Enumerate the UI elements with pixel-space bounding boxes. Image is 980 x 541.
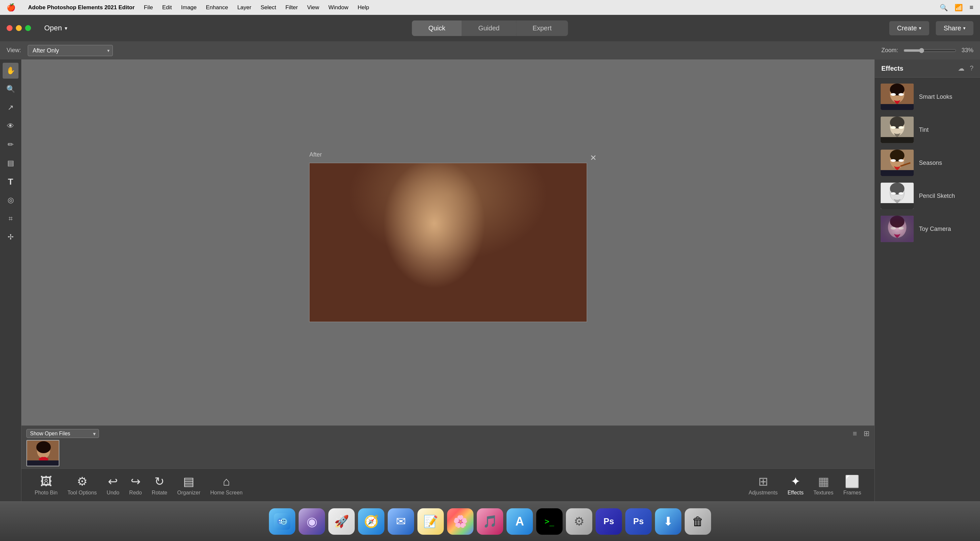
undo-tool[interactable]: ↩ Undo xyxy=(107,475,119,496)
mode-tabs: Quick Guided Expert xyxy=(412,21,568,36)
effects-list: Smart Looks xyxy=(875,78,980,501)
dock-system-preferences[interactable]: ⚙ xyxy=(566,508,592,535)
photo-bin-grid-icon[interactable]: ⊞ xyxy=(864,429,869,438)
menu-layer[interactable]: Layer xyxy=(237,4,251,11)
launchpad-icon: 🚀 xyxy=(334,515,349,528)
effect-name-toy-camera: Toy Camera xyxy=(919,226,951,233)
maximize-button[interactable] xyxy=(25,25,31,31)
music-icon: 🎵 xyxy=(483,515,498,528)
dock-appstore[interactable]: A xyxy=(506,508,533,535)
share-button[interactable]: Share xyxy=(936,21,974,35)
effect-tint[interactable]: Tint xyxy=(878,114,977,146)
minimize-button[interactable] xyxy=(16,25,22,31)
create-button[interactable]: Create xyxy=(889,21,929,35)
effect-smart-looks[interactable]: Smart Looks xyxy=(878,81,977,113)
photo-bin-tool[interactable]: 🖼 Photo Bin xyxy=(35,475,57,496)
effect-seasons[interactable]: Seasons xyxy=(878,147,977,179)
apple-menu[interactable]: 🍎 xyxy=(6,3,16,12)
svg-point-5 xyxy=(418,223,478,315)
photo-bin-items xyxy=(26,440,869,466)
menu-file[interactable]: File xyxy=(144,4,153,11)
dock-siri[interactable]: ◉ xyxy=(299,508,325,535)
zoom-tool[interactable]: 🔍 xyxy=(3,81,19,97)
dock-pse-2[interactable]: Ps xyxy=(625,508,652,535)
appstore-icon: A xyxy=(515,515,524,528)
safari-icon: 🧭 xyxy=(364,515,379,528)
hand-tool[interactable]: ✋ xyxy=(3,63,19,78)
app-name: Adobe Photoshop Elements 2021 Editor xyxy=(28,4,135,11)
open-button[interactable]: Open xyxy=(44,24,67,32)
dock-trash[interactable]: 🗑 xyxy=(685,508,711,535)
crop-tool[interactable]: ⌗ xyxy=(3,211,19,227)
dock-photos[interactable]: 🌸 xyxy=(447,508,474,535)
home-screen-tool[interactable]: ⌂ Home Screen xyxy=(210,475,242,496)
move-tool[interactable]: ✢ xyxy=(3,229,19,245)
cloud-sync-icon[interactable]: ☁ xyxy=(958,64,964,72)
dock-music[interactable]: 🎵 xyxy=(477,508,503,535)
view-dropdown[interactable]: After Only Before Only Before & After (H… xyxy=(28,45,113,56)
organizer-label: Organizer xyxy=(177,490,200,496)
canvas-svg xyxy=(310,163,587,322)
search-icon[interactable]: 🔍 xyxy=(940,4,948,11)
text-tool[interactable]: T xyxy=(3,174,19,190)
whiten-tool[interactable]: ✏ xyxy=(3,137,19,153)
photo-bin-list-icon[interactable]: ≡ xyxy=(853,429,857,438)
control-icon[interactable]: ≡ xyxy=(969,4,974,11)
redo-tool[interactable]: ↪ Redo xyxy=(129,475,142,496)
dock-safari[interactable]: 🧭 xyxy=(358,508,384,535)
svg-rect-57 xyxy=(881,215,914,242)
menu-window[interactable]: Window xyxy=(328,4,348,11)
tool-options-tool[interactable]: ⚙ Tool Options xyxy=(67,475,97,496)
svg-point-29 xyxy=(899,93,904,96)
tab-guided[interactable]: Guided xyxy=(461,21,516,36)
svg-point-3 xyxy=(352,183,431,322)
rotate-tool[interactable]: ↻ Rotate xyxy=(152,475,167,496)
redeye-tool[interactable]: 👁 xyxy=(3,118,19,134)
dock-pse-1[interactable]: Ps xyxy=(596,508,622,535)
clone-tool[interactable]: ◎ xyxy=(3,192,19,208)
dock-downloads[interactable]: ⬇ xyxy=(655,508,681,535)
dock-launchpad[interactable]: 🚀 xyxy=(328,508,355,535)
image-frame: ✕ After xyxy=(309,163,587,322)
photo-thumb-item[interactable] xyxy=(26,440,59,466)
zoom-slider[interactable] xyxy=(904,48,956,53)
effects-tab-bottom[interactable]: ✦ Effects xyxy=(788,475,804,496)
dock-terminal[interactable]: >_ xyxy=(536,508,563,535)
help-icon[interactable]: ? xyxy=(970,64,974,72)
effect-pencil-sketch[interactable]: Pencil Sketch xyxy=(878,180,977,212)
menu-help[interactable]: Help xyxy=(358,4,369,11)
close-button[interactable] xyxy=(6,25,13,31)
frames-tab-bottom[interactable]: ⬜ Frames xyxy=(843,475,861,496)
menu-filter[interactable]: Filter xyxy=(285,4,298,11)
zoom-label: Zoom: xyxy=(881,47,898,54)
effect-toy-camera[interactable]: Toy Camera xyxy=(878,213,977,245)
menu-view[interactable]: View xyxy=(307,4,320,11)
title-right-actions: Create Share xyxy=(889,21,974,35)
photo-bin-dropdown[interactable]: Show Open Files Show All Files Show Rece… xyxy=(26,429,99,438)
close-image-button[interactable]: ✕ xyxy=(590,153,597,163)
dock-finder[interactable] xyxy=(269,508,295,535)
svg-point-40 xyxy=(891,159,896,162)
smart-brush-tool[interactable]: ▤ xyxy=(3,155,19,171)
dock-mail[interactable]: ✉ xyxy=(388,508,414,535)
svg-point-64 xyxy=(284,520,285,521)
textures-tab-bottom[interactable]: ▦ Textures xyxy=(813,475,833,496)
menu-edit[interactable]: Edit xyxy=(162,4,172,11)
svg-rect-43 xyxy=(881,170,914,176)
tab-quick[interactable]: Quick xyxy=(412,21,461,36)
menu-image[interactable]: Image xyxy=(181,4,197,11)
dock-notes[interactable]: 📝 xyxy=(417,508,444,535)
frames-label: Frames xyxy=(843,490,861,496)
organizer-tool[interactable]: ▤ Organizer xyxy=(177,475,200,496)
notes-icon: 📝 xyxy=(423,515,438,528)
undo-icon: ↩ xyxy=(108,475,118,488)
adjustments-tab-bottom[interactable]: ⊞ Adjustments xyxy=(749,475,778,496)
pse1-icon: Ps xyxy=(603,516,614,527)
menu-select[interactable]: Select xyxy=(261,4,276,11)
menu-enhance[interactable]: Enhance xyxy=(206,4,228,11)
textures-label: Textures xyxy=(813,490,833,496)
svg-point-15 xyxy=(442,243,454,248)
straighten-tool[interactable]: ↗ xyxy=(3,100,19,116)
textures-icon: ▦ xyxy=(818,475,829,488)
tab-expert[interactable]: Expert xyxy=(516,21,568,36)
